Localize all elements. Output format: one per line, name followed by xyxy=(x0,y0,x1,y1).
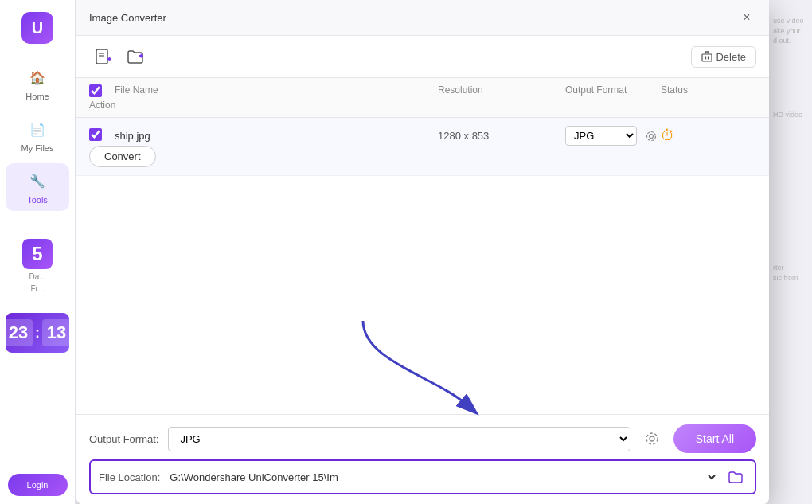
format-settings-button[interactable] xyxy=(642,127,661,146)
right-text-3: rtersic from xyxy=(773,263,807,283)
status-pending-icon: ⏱ xyxy=(661,127,675,143)
start-all-button[interactable]: Start All xyxy=(673,424,756,453)
col-check xyxy=(89,84,115,100)
row-format-cell: JPG PNG WEBP BMP xyxy=(565,126,661,146)
add-file-icon xyxy=(95,48,112,65)
settings-icon xyxy=(645,130,658,143)
convert-button[interactable]: Convert xyxy=(89,146,156,167)
right-text-2: HD video xyxy=(773,110,807,120)
svg-point-16 xyxy=(650,436,654,441)
row-checkbox[interactable] xyxy=(89,128,102,141)
dialog-footer: Output Format: JPG PNG WEBP Start All Fi… xyxy=(76,414,769,504)
file-location-row: File Location: G:\Wondershare UniConvert… xyxy=(89,459,756,494)
home-icon: 🏠 xyxy=(26,66,49,88)
output-format-label: Output Format: xyxy=(89,433,158,445)
svg-point-17 xyxy=(646,433,658,444)
dialog-titlebar: Image Converter × xyxy=(76,0,769,36)
svg-point-13 xyxy=(650,134,654,138)
image-converter-dialog: Image Converter × xyxy=(76,0,769,504)
sidebar-item-label: My Files xyxy=(21,143,54,153)
files-icon: 📄 xyxy=(26,118,49,140)
sidebar-item-myfiles[interactable]: 📄 My Files xyxy=(6,111,69,159)
file-location-label: File Location: xyxy=(99,471,160,483)
svg-point-14 xyxy=(647,131,656,140)
row-status-cell: ⏱ xyxy=(661,127,756,144)
svg-rect-0 xyxy=(96,49,107,64)
timer-widget: 23 : 13 xyxy=(6,313,69,353)
delete-label: Delete xyxy=(716,51,746,63)
row-filename: ship.jpg xyxy=(115,130,258,142)
row-action-cell: Convert xyxy=(89,146,115,167)
timer-display: 23 : 13 xyxy=(4,319,71,346)
col-resolution: Resolution xyxy=(438,84,565,100)
svg-rect-7 xyxy=(702,54,712,61)
badge-label: Da... xyxy=(29,272,45,281)
sidebar-item-home[interactable]: 🏠 Home xyxy=(6,60,69,107)
browse-folder-button[interactable] xyxy=(724,466,747,488)
right-text-1: use videoake yourd out. xyxy=(773,16,807,46)
sidebar: U 🏠 Home 📄 My Files 🔧 Tools 5 Da... Fr..… xyxy=(0,0,76,504)
tools-icon: 🔧 xyxy=(26,170,49,192)
close-button[interactable]: × xyxy=(737,8,756,27)
badge-sublabel: Fr... xyxy=(30,284,44,293)
dialog-content-area xyxy=(76,176,769,414)
folder-icon xyxy=(728,471,743,483)
sidebar-item-label: Tools xyxy=(27,195,48,205)
col-filename: File Name xyxy=(115,84,258,100)
timer-separator: : xyxy=(35,325,40,342)
dialog-title: Image Converter xyxy=(89,12,166,24)
delete-button[interactable]: Delete xyxy=(691,46,756,68)
sidebar-footer: Login xyxy=(8,474,68,496)
table-header: File Name Resolution Output Format Statu… xyxy=(76,78,769,118)
delete-icon xyxy=(701,51,712,62)
right-panel: use videoake yourd out. HD video rtersic… xyxy=(768,0,812,504)
timer-hours: 23 xyxy=(4,319,33,346)
dialog-toolbar: Delete xyxy=(76,36,769,78)
output-format-select[interactable]: JPG PNG WEBP xyxy=(168,427,630,451)
add-file-button[interactable] xyxy=(89,42,118,71)
col-format: Output Format xyxy=(565,84,661,100)
col-action: Action xyxy=(89,100,115,111)
table-row: ship.jpg 1280 x 853 JPG PNG WEBP BMP ⏱ C… xyxy=(76,118,769,176)
add-folder-button[interactable] xyxy=(121,42,150,71)
col-empty xyxy=(258,84,438,100)
output-settings-icon xyxy=(645,432,659,446)
timer-minutes: 13 xyxy=(42,319,71,346)
add-folder-icon xyxy=(127,48,144,65)
col-status: Status xyxy=(661,84,756,100)
sidebar-item-tools[interactable]: 🔧 Tools xyxy=(6,163,69,211)
app-logo: U xyxy=(14,8,61,48)
logo-icon: U xyxy=(21,12,53,44)
select-all-checkbox[interactable] xyxy=(89,84,102,97)
number-badge: 5 xyxy=(22,239,53,269)
login-button[interactable]: Login xyxy=(8,474,68,496)
output-settings-button[interactable] xyxy=(640,427,664,451)
row-format-select[interactable]: JPG PNG WEBP BMP xyxy=(565,126,637,146)
row-resolution: 1280 x 853 xyxy=(438,130,565,142)
sidebar-item-label: Home xyxy=(25,92,49,101)
file-location-select[interactable]: G:\Wondershare UniConverter 15\Im xyxy=(166,471,718,484)
output-format-row: Output Format: JPG PNG WEBP Start All xyxy=(89,424,756,453)
row-checkbox-cell xyxy=(89,128,115,144)
